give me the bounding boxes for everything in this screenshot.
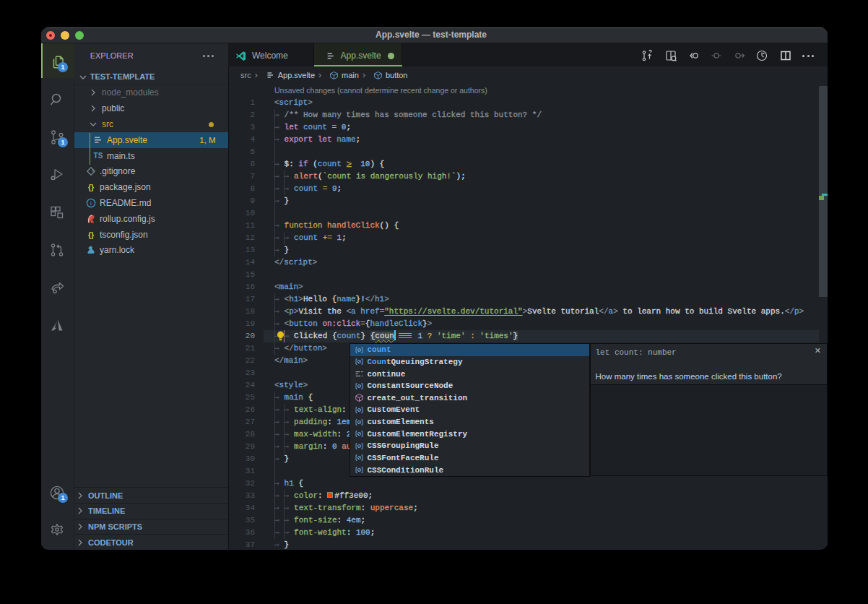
svg-text:i: i (90, 199, 92, 207)
